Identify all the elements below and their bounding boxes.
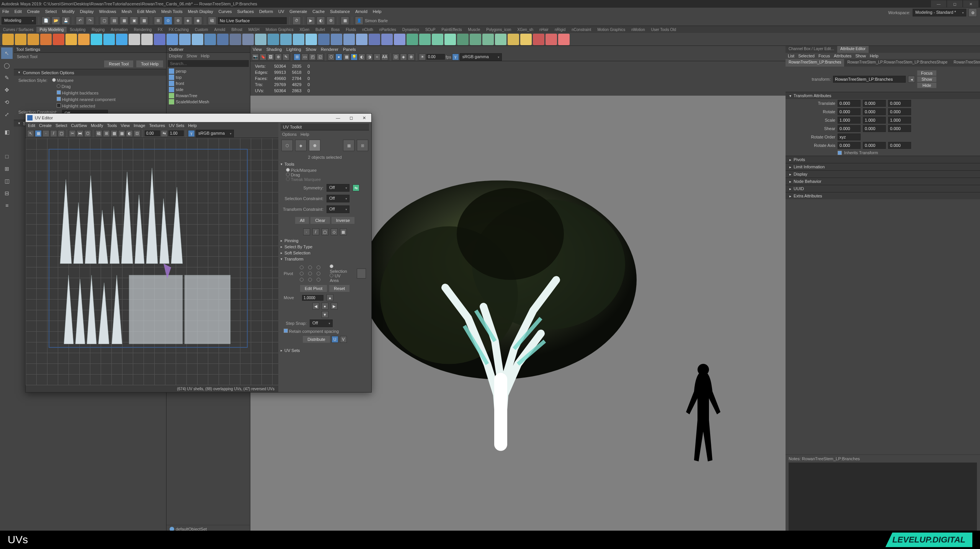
- shelf-tab[interactable]: Curves / Surfaces: [0, 27, 36, 33]
- menu-deform[interactable]: Deform: [259, 9, 273, 14]
- shelf-item-icon[interactable]: [432, 34, 443, 45]
- attr-value-field[interactable]: [888, 125, 911, 132]
- focus-button[interactable]: Focus: [917, 70, 936, 76]
- menu-mesh-display[interactable]: Mesh Display: [188, 9, 213, 14]
- vp-2d-pan-icon[interactable]: ⊕: [275, 54, 282, 60]
- shelf-tab[interactable]: nRigid: [552, 27, 568, 33]
- menu-arnold[interactable]: Arnold: [355, 9, 368, 14]
- shelf-item-icon[interactable]: [15, 34, 26, 45]
- shelf-item-icon[interactable]: [255, 34, 266, 45]
- uv-border-display-icon[interactable]: ⊞: [357, 140, 368, 151]
- vp-menu-renderer[interactable]: Renderer: [321, 47, 338, 52]
- node-tab[interactable]: RowanTreeStem_LP:Branches...: [951, 59, 980, 67]
- close-button[interactable]: ✕: [963, 0, 978, 7]
- notes-textarea[interactable]: [789, 463, 977, 531]
- section-limit-information[interactable]: Limit Information: [786, 163, 980, 170]
- vp-gamma-toggle-icon[interactable]: γ: [452, 54, 459, 60]
- shelf-item-icon[interactable]: [305, 34, 317, 45]
- shelf-tab[interactable]: Bifrost: [228, 27, 245, 33]
- move-down-arrow-icon[interactable]: ▼: [322, 311, 328, 318]
- shelf-tab[interactable]: Motion Graphics: [594, 27, 628, 33]
- invert-selection-button[interactable]: Inverse: [332, 217, 354, 224]
- attr-value-field[interactable]: [863, 125, 886, 132]
- shelf-item-icon[interactable]: [65, 34, 77, 45]
- shelf-item-icon[interactable]: [28, 34, 39, 45]
- tool-help-button[interactable]: Tool Help: [136, 60, 163, 67]
- move-center-icon[interactable]: ●: [322, 303, 328, 310]
- section-display[interactable]: Display: [786, 170, 980, 178]
- shelf-tab[interactable]: FX Caching: [166, 27, 192, 33]
- redo-icon[interactable]: ↷: [86, 16, 94, 25]
- nav-prev-icon[interactable]: ◂: [908, 76, 915, 83]
- shelf-item-icon[interactable]: [141, 34, 153, 45]
- vp-shadows-icon[interactable]: ◐: [358, 54, 365, 60]
- node-tab[interactable]: RowanTreeStem_LP:Branches: [786, 59, 844, 67]
- shelf-tab[interactable]: Dynamics: [399, 27, 422, 33]
- shelf-item-icon[interactable]: [369, 34, 380, 45]
- uv-menu-image[interactable]: Image: [134, 123, 145, 128]
- tab-channelbox[interactable]: Channel Box / Layer Edit...: [786, 46, 837, 53]
- uv-iso-icon[interactable]: ⊡: [134, 130, 140, 137]
- shelf-tab[interactable]: nMotion: [628, 27, 648, 33]
- sel-obj-icon[interactable]: ▣: [130, 16, 138, 25]
- snap-grid-icon[interactable]: ⊞: [154, 16, 162, 25]
- attr-menu-list[interactable]: List: [788, 54, 794, 58]
- snap-live-icon[interactable]: ◉: [194, 16, 202, 25]
- menu-create[interactable]: Create: [27, 9, 40, 14]
- lasso-tool-icon[interactable]: ◯: [1, 60, 13, 71]
- shelf-item-icon[interactable]: [520, 34, 532, 45]
- shelf-tab[interactable]: MASH: [245, 27, 263, 33]
- shelf-item-icon[interactable]: [470, 34, 481, 45]
- uv-menu-select[interactable]: Select: [56, 123, 67, 128]
- menu-select[interactable]: Select: [45, 9, 57, 14]
- attr-value-field[interactable]: [838, 117, 861, 124]
- shelf-item-icon[interactable]: [394, 34, 405, 45]
- menu-curves[interactable]: Curves: [219, 9, 232, 14]
- attr-value-field[interactable]: [863, 108, 886, 115]
- uv-menu-uv-sets[interactable]: UV Sets: [169, 123, 184, 128]
- sel-face-icon[interactable]: ▦: [120, 16, 128, 25]
- shelf-tab[interactable]: FX: [155, 27, 166, 33]
- shelf-tab[interactable]: Rendering: [131, 27, 155, 33]
- render-ipr-icon[interactable]: ◐: [317, 16, 325, 25]
- vp-xray-icon[interactable]: ◈: [400, 54, 407, 60]
- vp-gamma-dropdown[interactable]: sRGB gamma: [460, 53, 502, 61]
- menu-mesh-tools[interactable]: Mesh Tools: [161, 9, 182, 14]
- uv-v-field[interactable]: [168, 130, 184, 136]
- hl-selected[interactable]: Highlight selected: [62, 104, 95, 108]
- hide-button[interactable]: Hide: [917, 83, 936, 88]
- symmetrize-button-icon[interactable]: ⇋: [353, 184, 359, 191]
- select-tool-icon[interactable]: ↖: [1, 47, 13, 59]
- shelf-item-icon[interactable]: [129, 34, 140, 45]
- edit-pivot-button[interactable]: Edit Pivot: [300, 285, 327, 292]
- vp-lights-icon[interactable]: 💡: [351, 54, 358, 60]
- vp-menu-show[interactable]: Show: [306, 47, 317, 52]
- shelf-tab[interactable]: Poly Modeling: [36, 27, 67, 33]
- snap-plane-icon[interactable]: ◈: [184, 16, 192, 25]
- last-tool-icon[interactable]: ◧: [1, 126, 13, 138]
- workspace-settings-icon[interactable]: ⚙: [969, 8, 977, 17]
- outliner-item[interactable]: front: [167, 80, 250, 86]
- shelf-tab[interactable]: PaintEffects: [438, 27, 465, 33]
- shelf-item-icon[interactable]: [230, 34, 241, 45]
- vp-film-gate-icon[interactable]: ▭: [301, 54, 308, 60]
- outliner-show-menu[interactable]: Show: [186, 54, 197, 58]
- convert-face-icon[interactable]: ▢: [322, 228, 328, 235]
- outliner-item[interactable]: RowanTree: [167, 93, 250, 99]
- two-pane-side-icon[interactable]: ◫: [1, 175, 13, 187]
- shelf-item-icon[interactable]: [280, 34, 292, 45]
- outliner-item[interactable]: ScaleModel:Mesh: [167, 99, 250, 105]
- distribute-u-icon[interactable]: U: [332, 336, 338, 343]
- shelf-item-icon[interactable]: [419, 34, 431, 45]
- shelf-tab[interactable]: nCloth: [359, 27, 376, 33]
- shelf-item-icon[interactable]: [40, 34, 52, 45]
- uv-close-button[interactable]: ✕: [358, 114, 370, 121]
- shelf-tab[interactable]: Rigging: [88, 27, 108, 33]
- attr-value-field[interactable]: [863, 117, 886, 124]
- vp-image-plane-icon[interactable]: 🖼: [267, 54, 274, 60]
- maximize-button[interactable]: ◻: [947, 0, 962, 7]
- file-save-icon[interactable]: 💾: [62, 16, 70, 25]
- shelf-tab[interactable]: Fluids: [343, 27, 359, 33]
- reset-pivot-button[interactable]: Reset: [329, 285, 350, 292]
- vp-wireframe-icon[interactable]: ⬡: [328, 54, 335, 60]
